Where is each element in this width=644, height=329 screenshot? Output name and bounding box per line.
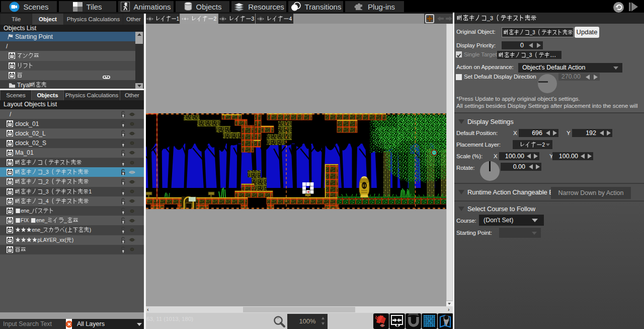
svg-text:_3: _3 xyxy=(42,188,48,194)
svg-text:2: 2 xyxy=(542,142,545,148)
svg-text:_3: _3 xyxy=(43,169,49,175)
svg-text:FIX: FIX xyxy=(21,217,29,223)
svg-text:_4: _4 xyxy=(43,198,49,204)
svg-text:(: ( xyxy=(65,227,67,233)
svg-text:): ) xyxy=(72,237,73,243)
svg-text:ene_: ene_ xyxy=(21,208,33,214)
svg-text:): ) xyxy=(90,227,91,233)
svg-text:2: 2 xyxy=(214,16,217,22)
svg-text:_: _ xyxy=(63,217,67,223)
svg-text:ene_: ene_ xyxy=(36,217,48,223)
svg-text:_3: _3 xyxy=(526,52,532,58)
svg-text:_3: _3 xyxy=(487,15,493,21)
svg-text:_3: _3 xyxy=(529,29,535,35)
svg-text:1: 1 xyxy=(177,16,180,22)
svg-text:_2: _2 xyxy=(43,179,49,185)
svg-text:3: 3 xyxy=(252,16,255,22)
svg-text:ene_: ene_ xyxy=(32,227,43,233)
svg-text:pLAYER_xx(: pLAYER_xx( xyxy=(37,237,66,243)
svg-text:4: 4 xyxy=(289,16,292,22)
svg-text:1: 1 xyxy=(89,188,92,194)
